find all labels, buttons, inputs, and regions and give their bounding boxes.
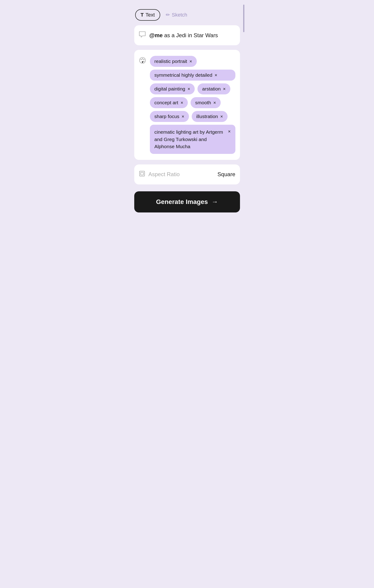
tag-remove-icon[interactable]: ×: [223, 86, 226, 92]
tag-label: symmetrical highly detailed: [154, 72, 212, 78]
tag-remove-icon[interactable]: ×: [213, 100, 216, 105]
app-container: T Text ✏ Sketch @me as a Jedi in Star Wa…: [130, 0, 245, 588]
tag-remove-icon[interactable]: ×: [182, 114, 184, 119]
scrollbar[interactable]: [243, 0, 245, 588]
tag-label: sharp focus: [154, 114, 179, 119]
tag-smooth[interactable]: smooth ×: [191, 97, 221, 108]
generate-images-button[interactable]: Generate Images →: [134, 191, 240, 212]
prompt-text-after: as a Jedi in Star Wars: [163, 32, 218, 38]
tab-text-label: Text: [145, 12, 155, 18]
tag-cinematic-lighting[interactable]: cinematic lighting art by Artgerm and Gr…: [150, 125, 235, 154]
svg-point-4: [143, 61, 144, 62]
style-card: realistic portrait × symmetrical highly …: [134, 50, 240, 160]
svg-point-5: [142, 61, 143, 63]
svg-point-2: [142, 58, 143, 60]
tab-text-button[interactable]: T Text: [135, 9, 160, 21]
prompt-mention: @me: [149, 32, 163, 38]
tag-sharp-focus[interactable]: sharp focus ×: [150, 111, 189, 122]
prompt-icon: [139, 31, 146, 39]
svg-point-1: [141, 59, 142, 60]
tab-sketch-button[interactable]: ✏ Sketch: [166, 12, 187, 18]
tag-label: arstation: [202, 86, 221, 92]
tab-sketch-label: Sketch: [172, 12, 187, 18]
tag-concept-art[interactable]: concept art ×: [150, 97, 188, 108]
tag-label: digital painting: [154, 86, 185, 92]
aspect-ratio-card[interactable]: Aspect Ratio Square: [134, 164, 240, 184]
tag-remove-icon[interactable]: ×: [180, 100, 183, 105]
tag-label: realistic portrait: [154, 59, 187, 64]
tag-remove-icon[interactable]: ×: [215, 73, 218, 78]
generate-arrow-icon: →: [211, 198, 218, 206]
tag-label: illustration: [196, 114, 218, 119]
prompt-card: @me as a Jedi in Star Wars: [134, 25, 240, 45]
tag-label: cinematic lighting art by Artgerm and Gr…: [154, 128, 226, 150]
svg-rect-6: [140, 171, 144, 176]
svg-rect-7: [141, 172, 143, 175]
tag-realistic-portrait[interactable]: realistic portrait ×: [150, 56, 197, 67]
tag-illustration[interactable]: illustration ×: [192, 111, 228, 122]
aspect-ratio-icon: [139, 170, 145, 178]
tags-container: realistic portrait × symmetrical highly …: [150, 56, 235, 154]
svg-point-3: [143, 59, 144, 60]
tab-row: T Text ✏ Sketch: [134, 9, 240, 21]
tag-remove-icon[interactable]: ×: [189, 59, 192, 64]
tag-remove-icon[interactable]: ×: [187, 86, 190, 92]
aspect-ratio-label: Aspect Ratio: [148, 171, 214, 178]
tag-remove-icon[interactable]: ×: [228, 129, 231, 134]
sketch-icon: ✏: [166, 12, 170, 18]
tag-remove-icon[interactable]: ×: [220, 114, 223, 119]
tag-arstation[interactable]: arstation ×: [198, 83, 230, 94]
tag-symmetrical[interactable]: symmetrical highly detailed ×: [150, 70, 235, 81]
palette-icon: [139, 57, 146, 66]
scrollbar-thumb: [243, 5, 244, 32]
tag-label: concept art: [154, 100, 178, 105]
aspect-ratio-value: Square: [218, 171, 235, 178]
text-tab-icon: T: [141, 12, 144, 18]
tag-label: smooth: [195, 100, 211, 105]
prompt-text[interactable]: @me as a Jedi in Star Wars: [149, 32, 218, 39]
tag-digital-painting[interactable]: digital painting ×: [150, 83, 195, 94]
generate-button-label: Generate Images: [156, 198, 208, 206]
